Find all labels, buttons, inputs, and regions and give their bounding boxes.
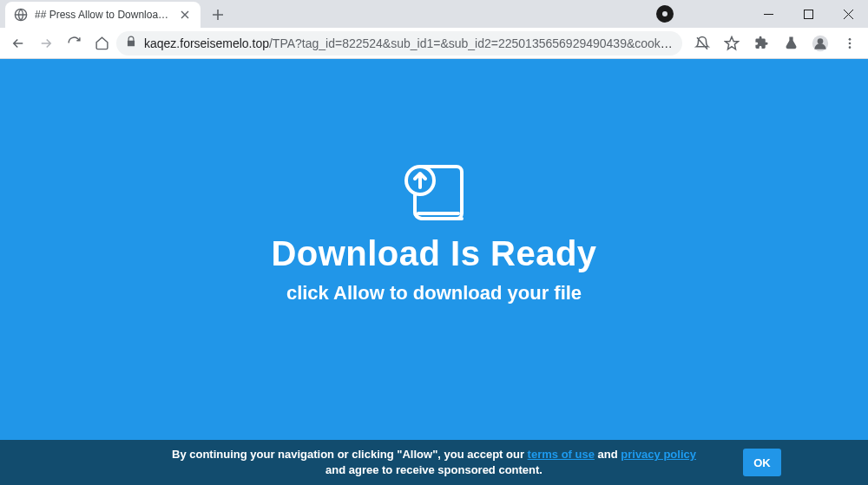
svg-point-5 [849, 42, 852, 44]
cookie-banner: By continuing your navigation or clickin… [0, 440, 868, 485]
upload-book-icon [399, 161, 469, 227]
privacy-link[interactable]: privacy policy [621, 448, 696, 461]
extensions-puzzle-icon[interactable] [748, 30, 774, 56]
kebab-menu-icon[interactable] [837, 30, 863, 56]
hero-subheading: click Allow to download your file [174, 282, 694, 305]
cookie-mid: and [595, 448, 621, 461]
globe-icon [14, 8, 28, 22]
cookie-post: and agree to receive sponsored content. [326, 463, 542, 476]
tab-strip: ## Press Allow to Download ## [5, 0, 230, 28]
url-path: /TPA?tag_id=822524&sub_id1=&sub_id2=2250… [269, 36, 674, 50]
profile-avatar-icon[interactable] [807, 30, 833, 56]
new-tab-button[interactable] [206, 3, 230, 27]
home-button[interactable] [89, 30, 115, 56]
window-controls [748, 0, 868, 28]
browser-tab[interactable]: ## Press Allow to Download ## [5, 2, 201, 28]
svg-point-3 [818, 38, 824, 44]
cookie-text: By continuing your navigation or clickin… [165, 447, 703, 477]
url-text: kaqez.forseisemelo.top/TPA?tag_id=822524… [144, 36, 674, 50]
cookie-pre: By continuing your navigation or clickin… [172, 448, 528, 461]
minimize-button[interactable] [748, 0, 788, 28]
close-window-button[interactable] [828, 0, 868, 28]
reload-button[interactable] [61, 30, 87, 56]
notifications-muted-icon[interactable] [689, 30, 715, 56]
cookie-ok-button[interactable]: OK [743, 449, 781, 476]
address-bar[interactable]: kaqez.forseisemelo.top/TPA?tag_id=822524… [116, 31, 682, 56]
svg-point-6 [849, 46, 852, 49]
lock-icon [125, 36, 137, 50]
svg-rect-1 [804, 10, 812, 18]
bookmark-star-icon[interactable] [719, 30, 745, 56]
forward-button[interactable] [33, 30, 59, 56]
terms-link[interactable]: terms of use [528, 448, 595, 461]
maximize-button[interactable] [788, 0, 828, 28]
browser-toolbar: kaqez.forseisemelo.top/TPA?tag_id=822524… [0, 28, 868, 59]
page-content: Download Is Ready click Allow to downloa… [0, 59, 868, 485]
account-badge-icon[interactable] [656, 5, 674, 23]
extension-icons [689, 30, 863, 56]
back-button[interactable] [5, 30, 31, 56]
tab-title: ## Press Allow to Download ## [35, 9, 171, 21]
window-titlebar: ## Press Allow to Download ## [0, 0, 868, 28]
url-origin: kaqez.forseisemelo.top [144, 36, 269, 50]
close-tab-icon[interactable] [178, 8, 192, 22]
svg-point-4 [849, 38, 852, 41]
hero: Download Is Ready click Allow to downloa… [174, 161, 694, 305]
labs-flask-icon[interactable] [778, 30, 804, 56]
hero-heading: Download Is Ready [174, 234, 694, 273]
